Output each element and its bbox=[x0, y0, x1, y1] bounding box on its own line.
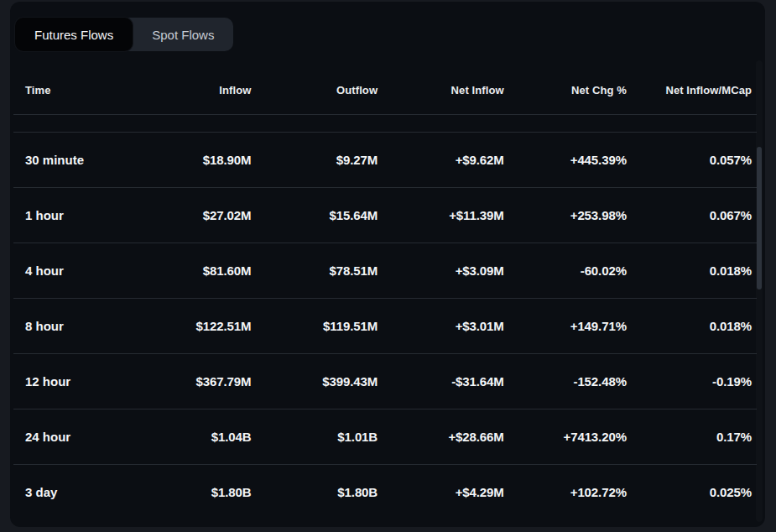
cell-net-chg: +149.71% bbox=[504, 298, 627, 353]
flows-tab-group: Futures Flows Spot Flows bbox=[15, 18, 233, 51]
cell-inflow: $1.04B bbox=[125, 409, 252, 464]
table-header-row: Time Inflow Outflow Net Inflow Net Chg %… bbox=[13, 67, 757, 114]
cell-time: 8 hour bbox=[13, 298, 125, 353]
cell-time: 24 hour bbox=[13, 409, 125, 464]
cell-net-inflow: +$11.39M bbox=[378, 187, 504, 243]
tab-futures-flows[interactable]: Futures Flows bbox=[15, 18, 133, 51]
cell-inflow: $122.51M bbox=[125, 298, 252, 353]
cell-inflow: $27.02M bbox=[125, 187, 252, 243]
cell-inflow: $367.79M bbox=[125, 353, 252, 409]
cell-outflow: $119.51M bbox=[252, 298, 378, 353]
cell-net-inflow: +$3.09M bbox=[378, 243, 504, 298]
vertical-scrollbar[interactable] bbox=[756, 60, 763, 522]
cell-net-inflow-mcap: 0.025% bbox=[627, 464, 757, 519]
cell-net-chg: +7413.20% bbox=[504, 409, 627, 464]
cell-net-inflow-mcap: 0.018% bbox=[627, 243, 757, 298]
table-row: 3 day $1.80B $1.80B +$4.29M +102.72% 0.0… bbox=[13, 464, 757, 519]
cell-net-chg: +445.39% bbox=[504, 132, 627, 187]
table-row: 8 hour $122.51M $119.51M +$3.01M +149.71… bbox=[13, 298, 757, 353]
table-row: 12 hour $367.79M $399.43M -$31.64M -152.… bbox=[13, 353, 757, 409]
cell-time: 12 hour bbox=[13, 353, 125, 409]
cell-time: 1 hour bbox=[13, 187, 125, 243]
futures-flows-panel: Futures Flows Spot Flows Time Inflow Out… bbox=[10, 2, 765, 527]
flows-table: Time Inflow Outflow Net Inflow Net Chg %… bbox=[13, 67, 757, 519]
col-header-time: Time bbox=[13, 67, 125, 114]
cell-outflow: $1.01B bbox=[252, 409, 378, 464]
cell-net-chg: -60.02% bbox=[504, 243, 627, 298]
cell-inflow: $18.90M bbox=[125, 132, 252, 187]
cell-net-inflow-mcap: -0.19% bbox=[627, 353, 757, 409]
cell-net-chg: -152.48% bbox=[504, 353, 627, 409]
table-row: 1 hour $27.02M $15.64M +$11.39M +253.98%… bbox=[13, 187, 757, 243]
col-header-net-inflow: Net Inflow bbox=[378, 67, 504, 114]
table-row: 4 hour $81.60M $78.51M +$3.09M -60.02% 0… bbox=[13, 243, 757, 298]
table-row: 30 minute $18.90M $9.27M +$9.62M +445.39… bbox=[13, 132, 757, 187]
table-spacer-row bbox=[13, 114, 757, 132]
cell-net-inflow-mcap: 0.018% bbox=[627, 298, 757, 353]
cell-time: 3 day bbox=[13, 464, 125, 519]
cell-outflow: $9.27M bbox=[252, 132, 378, 187]
col-header-net-inflow-mcap: Net Inflow/MCap bbox=[627, 67, 757, 114]
tab-spot-flows[interactable]: Spot Flows bbox=[133, 18, 233, 51]
cell-net-chg: +102.72% bbox=[504, 464, 627, 519]
cell-net-chg: +253.98% bbox=[504, 187, 627, 243]
cell-inflow: $81.60M bbox=[125, 243, 252, 298]
cell-net-inflow: +$4.29M bbox=[378, 464, 504, 519]
cell-time: 30 minute bbox=[13, 132, 125, 187]
cell-outflow: $1.80B bbox=[252, 464, 378, 519]
flows-table-area: Time Inflow Outflow Net Inflow Net Chg %… bbox=[10, 67, 765, 527]
cell-net-inflow: +$28.66M bbox=[378, 409, 504, 464]
cell-net-inflow: +$3.01M bbox=[378, 298, 504, 353]
cell-net-inflow: +$9.62M bbox=[378, 132, 504, 187]
cell-outflow: $15.64M bbox=[252, 187, 378, 243]
col-header-outflow: Outflow bbox=[252, 67, 378, 114]
cell-net-inflow-mcap: 0.17% bbox=[627, 409, 757, 464]
cell-inflow: $1.80B bbox=[125, 464, 252, 519]
cell-net-inflow: -$31.64M bbox=[378, 353, 504, 409]
cell-net-inflow-mcap: 0.057% bbox=[627, 132, 757, 187]
cell-net-inflow-mcap: 0.067% bbox=[627, 187, 757, 243]
cell-time: 4 hour bbox=[13, 243, 125, 298]
cell-outflow: $399.43M bbox=[252, 353, 378, 409]
table-row: 24 hour $1.04B $1.01B +$28.66M +7413.20%… bbox=[13, 409, 757, 464]
cell-outflow: $78.51M bbox=[252, 243, 378, 298]
scrollbar-thumb[interactable] bbox=[757, 147, 762, 289]
col-header-inflow: Inflow bbox=[125, 67, 252, 114]
col-header-net-chg: Net Chg % bbox=[504, 67, 627, 114]
